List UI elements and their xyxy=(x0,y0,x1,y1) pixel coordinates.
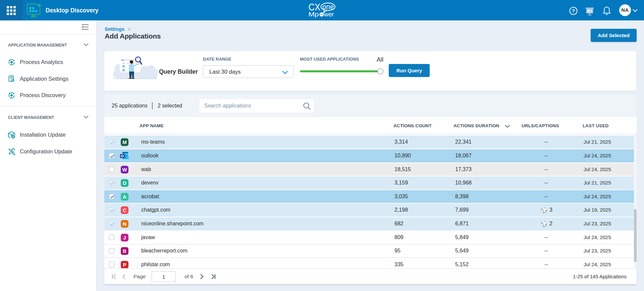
svg-text:wer: wer xyxy=(324,11,334,18)
svg-text:?: ? xyxy=(572,8,575,14)
svg-text:one: one xyxy=(322,3,334,11)
svg-text:Mp: Mp xyxy=(309,11,319,18)
